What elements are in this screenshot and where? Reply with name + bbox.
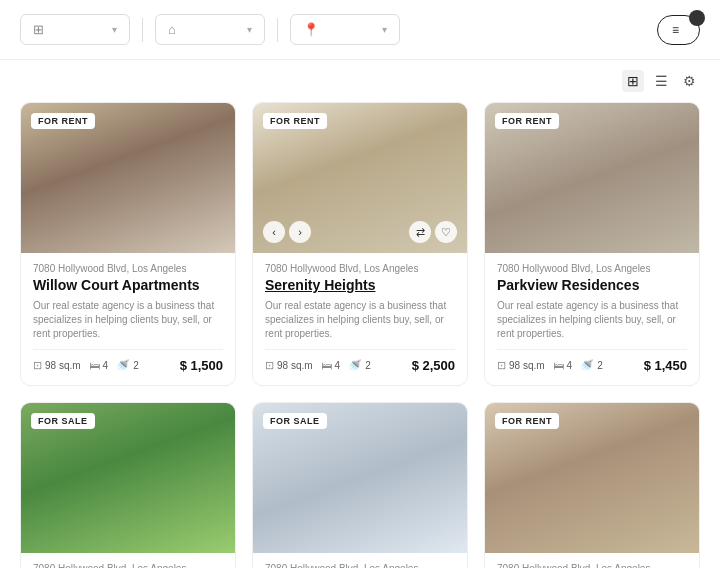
beds-stat-2: 🛏 4 [321, 359, 341, 371]
card-title-1[interactable]: Willow Court Apartments [33, 277, 223, 294]
location-icon: 📍 [303, 22, 319, 37]
property-card: FOR RENT 7080 Hollywood Blvd, Los Angele… [484, 102, 700, 386]
sqm-stat-2: ⊡ 98 sq.m [265, 359, 313, 372]
results-bar: ⊞ ☰ ⚙ [0, 60, 720, 102]
price-value-3: $ 1,450 [644, 358, 687, 373]
location-select[interactable]: 📍 ▾ [290, 14, 400, 45]
prev-arrow-2[interactable]: ‹ [263, 221, 285, 243]
property-card: FOR RENT 7080 Hollywood Blvd, Los Angele… [484, 402, 700, 568]
beds-stat-3: 🛏 4 [553, 359, 573, 371]
property-badge-4: FOR SALE [31, 413, 95, 429]
advanced-filter-icon: ≡ [672, 23, 679, 37]
type-property-chevron: ▾ [112, 24, 117, 35]
card-footer-3: ⊡ 98 sq.m 🛏 4 🚿 2 $ 1,450 [497, 349, 687, 373]
bed-icon-2: 🛏 [321, 359, 332, 371]
type-property-select[interactable]: ⊞ ▾ [20, 14, 130, 45]
bath-icon-3: 🚿 [580, 359, 594, 372]
sqm-value-2: 98 sq.m [277, 360, 313, 371]
bath-icon-2: 🚿 [348, 359, 362, 372]
price-value-1: $ 1,500 [180, 358, 223, 373]
card-body-4: 7080 Hollywood Blvd, Los Angeles Ivy Gar… [21, 553, 235, 568]
sqm-icon-2: ⊡ [265, 359, 274, 372]
grid-view-button[interactable]: ⊞ [622, 70, 644, 92]
bath-icon-1: 🚿 [116, 359, 130, 372]
property-card: FOR SALE 7080 Hollywood Blvd, Los Angele… [20, 402, 236, 568]
card-address-4: 7080 Hollywood Blvd, Los Angeles [33, 563, 223, 568]
property-card: FOR RENT 7080 Hollywood Blvd, Los Angele… [20, 102, 236, 386]
view-toggle-group: ⊞ ☰ ⚙ [622, 70, 700, 92]
action-icons-2: ⇄ ♡ [409, 221, 457, 243]
card-body-1: 7080 Hollywood Blvd, Los Angeles Willow … [21, 253, 235, 385]
card-desc-2: Our real estate agency is a business tha… [265, 299, 455, 341]
property-badge-1: FOR RENT [31, 113, 95, 129]
card-footer-1: ⊡ 98 sq.m 🛏 4 🚿 2 $ 1,500 [33, 349, 223, 373]
bed-icon-1: 🛏 [89, 359, 100, 371]
divider-2 [277, 18, 278, 42]
card-body-6: 7080 Hollywood Blvd, Los Angeles Harmony… [485, 553, 699, 568]
card-title-3[interactable]: Parkview Residences [497, 277, 687, 294]
sqm-icon-1: ⊡ [33, 359, 42, 372]
sqm-icon-3: ⊡ [497, 359, 506, 372]
nav-arrows-2: ‹ › [263, 221, 311, 243]
card-image-wrap-5: FOR SALE [253, 403, 467, 553]
property-badge-3: FOR RENT [495, 113, 559, 129]
sqm-stat-3: ⊡ 98 sq.m [497, 359, 545, 372]
card-footer-2: ⊡ 98 sq.m 🛏 4 🚿 2 $ 2,500 [265, 349, 455, 373]
card-body-5: 7080 Hollywood Blvd, Los Angeles Maple R… [253, 553, 467, 568]
card-image-wrap-6: FOR RENT [485, 403, 699, 553]
advanced-filter-button[interactable]: ≡ [657, 15, 700, 45]
baths-stat-3: 🚿 2 [580, 359, 603, 372]
sqm-stat-1: ⊡ 98 sq.m [33, 359, 81, 372]
sqm-value-1: 98 sq.m [45, 360, 81, 371]
filter-count-badge [689, 10, 705, 26]
favorite-icon-2[interactable]: ♡ [435, 221, 457, 243]
card-image-wrap-1: FOR RENT [21, 103, 235, 253]
property-card: FOR SALE 7080 Hollywood Blvd, Los Angele… [252, 402, 468, 568]
baths-stat-2: 🚿 2 [348, 359, 371, 372]
category-chevron: ▾ [247, 24, 252, 35]
property-badge-5: FOR SALE [263, 413, 327, 429]
location-chevron: ▾ [382, 24, 387, 35]
beds-value-1: 4 [103, 360, 109, 371]
property-badge-6: FOR RENT [495, 413, 559, 429]
beds-stat-1: 🛏 4 [89, 359, 109, 371]
category-select[interactable]: ⌂ ▾ [155, 14, 265, 45]
card-image-wrap-3: FOR RENT [485, 103, 699, 253]
property-card: FOR RENT ‹ › ⇄ ♡ 7080 Hollywood Blvd, Lo… [252, 102, 468, 386]
bed-icon-3: 🛏 [553, 359, 564, 371]
baths-value-2: 2 [365, 360, 371, 371]
card-image-wrap-4: FOR SALE [21, 403, 235, 553]
settings-view-button[interactable]: ⚙ [678, 70, 700, 92]
baths-stat-1: 🚿 2 [116, 359, 139, 372]
beds-value-3: 4 [567, 360, 573, 371]
card-image-wrap-2: FOR RENT ‹ › ⇄ ♡ [253, 103, 467, 253]
property-type-icon: ⊞ [33, 22, 44, 37]
price-value-2: $ 2,500 [412, 358, 455, 373]
compare-icon-2[interactable]: ⇄ [409, 221, 431, 243]
property-grid: FOR RENT 7080 Hollywood Blvd, Los Angele… [0, 102, 720, 568]
card-address-3: 7080 Hollywood Blvd, Los Angeles [497, 263, 687, 274]
category-icon: ⌂ [168, 22, 176, 37]
card-address-2: 7080 Hollywood Blvd, Los Angeles [265, 263, 455, 274]
sqm-value-3: 98 sq.m [509, 360, 545, 371]
next-arrow-2[interactable]: › [289, 221, 311, 243]
card-address-6: 7080 Hollywood Blvd, Los Angeles [497, 563, 687, 568]
card-desc-1: Our real estate agency is a business tha… [33, 299, 223, 341]
baths-value-1: 2 [133, 360, 139, 371]
card-title-2[interactable]: Serenity Heights [265, 277, 455, 294]
filter-bar: ⊞ ▾ ⌂ ▾ 📍 ▾ ≡ [0, 0, 720, 60]
divider-1 [142, 18, 143, 42]
property-badge-2: FOR RENT [263, 113, 327, 129]
card-body-2: 7080 Hollywood Blvd, Los Angeles Serenit… [253, 253, 467, 385]
card-address-5: 7080 Hollywood Blvd, Los Angeles [265, 563, 455, 568]
beds-value-2: 4 [335, 360, 341, 371]
card-body-3: 7080 Hollywood Blvd, Los Angeles Parkvie… [485, 253, 699, 385]
card-desc-3: Our real estate agency is a business tha… [497, 299, 687, 341]
baths-value-3: 2 [597, 360, 603, 371]
list-view-button[interactable]: ☰ [650, 70, 672, 92]
card-address-1: 7080 Hollywood Blvd, Los Angeles [33, 263, 223, 274]
